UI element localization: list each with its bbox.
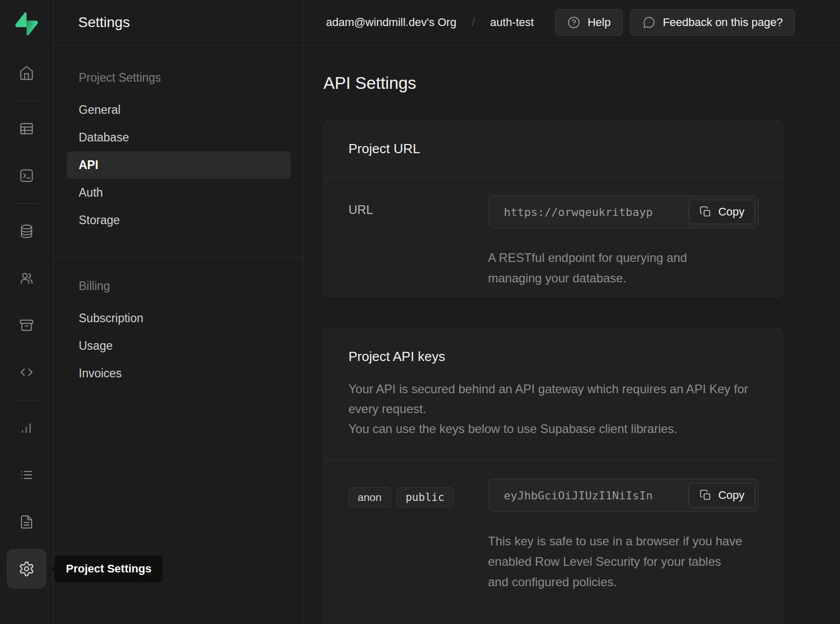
supabase-dashboard: Project Settings Settings Project Settin… <box>0 0 840 624</box>
section-label-project-settings: Project Settings <box>67 71 291 85</box>
url-field-column: https://orwqeukritbayp Copy A RESTful en… <box>488 196 759 289</box>
project-url-card-body: URL https://orwqeukritbayp Copy A REST <box>324 177 782 297</box>
edge-functions-code-icon[interactable] <box>0 349 53 396</box>
project-url-card-header: Project URL <box>324 121 782 177</box>
section-label-billing: Billing <box>67 279 291 293</box>
copy-anon-key-label: Copy <box>718 489 744 502</box>
reports-chart-icon[interactable] <box>0 404 53 451</box>
help-button-label: Help <box>588 16 611 29</box>
copy-icon <box>699 489 712 501</box>
breadcrumb-org[interactable]: adam@windmill.dev's Org <box>326 16 456 29</box>
help-button[interactable]: Help <box>555 9 623 36</box>
database-icon[interactable] <box>0 208 53 255</box>
top-header: adam@windmill.dev's Org / auth-test Help… <box>305 0 840 45</box>
sidebar-item-storage[interactable]: Storage <box>67 206 291 234</box>
sidebar-item-api[interactable]: API <box>67 151 291 179</box>
page-title: API Settings <box>323 72 840 94</box>
project-settings-gear-icon[interactable] <box>0 545 53 592</box>
api-keys-card: Project API keys Your API is secured beh… <box>323 328 783 624</box>
project-settings-tooltip: Project Settings <box>55 556 162 582</box>
storage-archive-icon[interactable] <box>0 302 53 349</box>
sidebar-item-invoices[interactable]: Invoices <box>67 359 291 387</box>
feedback-button-label: Feedback on this page? <box>663 16 783 29</box>
anon-key-value: eyJhbGciOiJIUzI1NiIsIn <box>504 489 693 502</box>
settings-sidebar: Settings Project Settings General Databa… <box>54 0 304 624</box>
anon-badge: anon <box>348 487 391 508</box>
api-keys-card-body: anon public eyJhbGciOiJIUzI1NiIsIn Copy <box>324 461 782 624</box>
sidebar-item-general[interactable]: General <box>67 96 291 124</box>
help-circle-icon <box>567 16 580 29</box>
rail-divider <box>13 400 40 400</box>
api-docs-file-icon[interactable] <box>0 498 53 545</box>
project-url-description: A RESTful endpoint for querying and mana… <box>488 248 728 289</box>
api-keys-card-title: Project API keys <box>348 349 445 364</box>
api-keys-description-1: Your API is secured behind an API gatewa… <box>348 379 757 419</box>
anon-key-badges: anon public <box>348 486 488 508</box>
sidebar-item-database[interactable]: Database <box>67 124 291 151</box>
copy-anon-key-button[interactable]: Copy <box>689 483 755 508</box>
copy-url-label: Copy <box>718 205 744 219</box>
logs-list-icon[interactable] <box>0 451 53 498</box>
home-icon[interactable] <box>0 50 53 97</box>
feedback-button[interactable]: Feedback on this page? <box>630 9 795 36</box>
anon-key-column: eyJhbGciOiJIUzI1NiIsIn Copy This key is … <box>488 479 759 624</box>
tooltip-label: Project Settings <box>66 562 151 575</box>
sidebar-title: Settings <box>78 14 130 31</box>
icon-rail <box>0 0 54 624</box>
anon-key-labels: anon public <box>348 479 488 624</box>
url-field-label: URL <box>348 196 488 289</box>
anon-key-field[interactable]: eyJhbGciOiJIUzI1NiIsIn Copy <box>488 479 759 512</box>
supabase-logo-icon[interactable] <box>0 0 53 50</box>
sidebar-item-usage[interactable]: Usage <box>67 332 291 359</box>
copy-url-button[interactable]: Copy <box>689 200 755 224</box>
public-badge: public <box>396 487 454 508</box>
sidebar-divider <box>54 257 304 258</box>
sidebar-header: Settings <box>54 0 304 45</box>
copy-icon <box>699 206 712 218</box>
speech-bubble-icon <box>642 16 656 29</box>
sidebar-item-subscription[interactable]: Subscription <box>67 304 291 332</box>
breadcrumb-separator: / <box>472 16 475 29</box>
project-url-card-title: Project URL <box>348 141 420 157</box>
anon-key-note: This key is safe to use in a browser if … <box>488 531 743 592</box>
api-keys-description-2: You can use the keys below to use Supaba… <box>348 419 757 439</box>
sidebar-body: Project Settings General Database API Au… <box>54 45 304 387</box>
api-keys-card-header: Project API keys Your API is secured beh… <box>324 328 782 461</box>
sql-editor-icon[interactable] <box>0 152 53 199</box>
main-panel: adam@windmill.dev's Org / auth-test Help… <box>305 0 840 624</box>
breadcrumb-project[interactable]: auth-test <box>490 16 534 29</box>
page-content: API Settings Project URL URL https://orw… <box>305 45 840 624</box>
project-url-value: https://orwqeukritbayp <box>504 206 693 219</box>
project-url-field[interactable]: https://orwqeukritbayp Copy <box>488 196 759 228</box>
header-actions: Help Feedback on this page? <box>555 9 795 36</box>
auth-users-icon[interactable] <box>0 255 53 302</box>
table-editor-icon[interactable] <box>0 105 53 152</box>
rail-divider <box>13 101 40 101</box>
breadcrumb: adam@windmill.dev's Org / auth-test <box>326 16 534 29</box>
project-url-card: Project URL URL https://orwqeukritbayp C… <box>323 121 783 297</box>
rail-divider <box>13 203 40 204</box>
sidebar-item-auth[interactable]: Auth <box>67 179 291 206</box>
gear-active-highlight <box>7 549 46 589</box>
